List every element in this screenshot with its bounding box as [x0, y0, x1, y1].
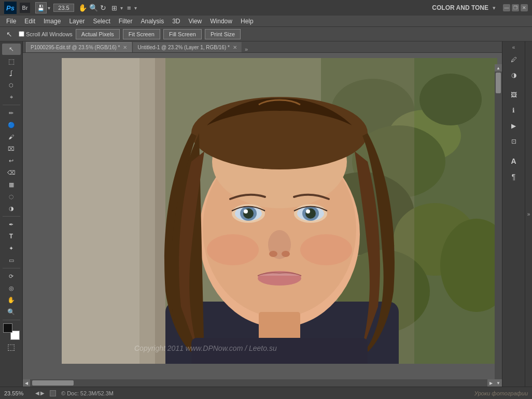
menu-filter[interactable]: Filter [115, 17, 137, 26]
fit-screen-button[interactable]: Fit Screen [123, 29, 160, 39]
menu-window[interactable]: Window [206, 17, 236, 26]
menu-image[interactable]: Image [39, 17, 65, 26]
shape-tool[interactable]: ▭ [2, 254, 21, 266]
spot-heal-tool[interactable]: 🔵 [2, 119, 21, 131]
right-expand-icon[interactable]: » [527, 211, 530, 217]
view-options-icon[interactable]: ⊞ [111, 4, 117, 12]
zoom-tool[interactable]: 🔍 [2, 306, 21, 318]
tab-file2[interactable]: Untitled-1 @ 23.2% (Layer 1, RGB/16) * ✕ [133, 42, 241, 52]
lasso-tool[interactable]: ʆ [2, 67, 21, 79]
menu-view[interactable]: View [184, 17, 206, 26]
menu-3d[interactable]: 3D [168, 17, 184, 26]
scroll-up-button[interactable]: ▲ [495, 64, 502, 72]
scroll-thumb[interactable] [496, 73, 501, 93]
layout-icon[interactable]: ≡ [127, 4, 131, 12]
title-bar: Ps Br 💾 ▾ 23.5 ✋ 🔍 ↻ ⊞ ▾ ≡ ▾ COLOR AND T… [0, 0, 532, 16]
window-controls: — ❐ ✕ [503, 4, 528, 11]
scroll-down-button[interactable]: ▼ [495, 379, 502, 387]
menu-help[interactable]: Help [236, 17, 258, 26]
fill-screen-button[interactable]: Fill Screen [163, 29, 202, 39]
transform-icon[interactable]: ⊡ [505, 134, 523, 149]
menu-bar: File Edit Image Layer Select Filter Anal… [0, 16, 532, 27]
workspace-label: COLOR AND TONE [432, 4, 488, 11]
image-icon[interactable]: 🖼 [505, 88, 523, 102]
menu-edit[interactable]: Edit [20, 17, 39, 26]
quick-select-tool[interactable]: ⬡ [2, 79, 21, 91]
scroll-all-check[interactable] [19, 31, 24, 37]
crop-tool[interactable]: ⌖ [2, 91, 21, 103]
history-brush-tool[interactable]: ↩ [2, 155, 21, 166]
tab-file1-close[interactable]: ✕ [123, 45, 127, 50]
gradient-tool[interactable]: ▦ [2, 179, 21, 190]
menu-select[interactable]: Select [89, 17, 114, 26]
dropdown-icon2[interactable]: ▾ [120, 5, 123, 11]
move-tool-icon[interactable]: ↖ [3, 28, 16, 40]
info-icon[interactable]: ℹ [505, 103, 523, 118]
right-panel2: » [525, 41, 532, 387]
scroll-right-button[interactable]: ▶ [487, 379, 495, 387]
eraser-tool[interactable]: ⌫ [2, 167, 21, 178]
scroll-left-button[interactable]: ◀ [23, 379, 30, 387]
scroll-all-windows-checkbox[interactable]: Scroll All Windows [19, 31, 73, 37]
nav-arrows: ◀ ▶ [35, 390, 45, 396]
panel-collapse-left-icon[interactable]: « [502, 44, 525, 51]
type-icon[interactable]: A [505, 154, 523, 168]
actual-pixels-button[interactable]: Actual Pixels [76, 29, 120, 39]
h-scroll-thumb[interactable] [32, 380, 74, 386]
br-badge-icon[interactable]: Br [20, 3, 30, 13]
restore-button[interactable]: ❐ [512, 4, 519, 11]
zoom-percent[interactable]: 23.55% [4, 390, 30, 396]
menu-layer[interactable]: Layer [65, 17, 89, 26]
3d-rotate-tool[interactable]: ⟳ [2, 270, 21, 282]
zoom-input[interactable]: 23.5 [53, 4, 74, 12]
print-size-button[interactable]: Print Size [205, 29, 241, 39]
svg-point-7 [419, 74, 482, 125]
hand-tool-icon[interactable]: ✋ [78, 4, 87, 12]
dodge-tool[interactable]: ◑ [2, 203, 21, 214]
path-select-tool[interactable]: ✦ [2, 243, 21, 254]
svg-point-22 [269, 251, 277, 257]
vertical-scrollbar[interactable]: ▲ ▼ [495, 64, 502, 387]
brush-preset-tool[interactable]: 🖊 [505, 52, 523, 67]
play-icon[interactable]: ▶ [505, 119, 523, 133]
status-indicator[interactable] [50, 390, 56, 396]
nav-right-icon[interactable]: ▶ [40, 390, 45, 396]
dropdown-icon[interactable]: ▾ [48, 5, 50, 11]
toolbar-divider2 [3, 216, 20, 217]
minimize-button[interactable]: — [503, 4, 510, 11]
3d-orbit-tool[interactable]: ◎ [2, 282, 21, 294]
paragraph-icon[interactable]: ¶ [505, 169, 523, 184]
nav-left-icon[interactable]: ◀ [35, 390, 39, 396]
svg-point-33 [306, 209, 310, 213]
rotate-tool-icon[interactable]: ↻ [100, 4, 106, 12]
menu-file[interactable]: File [2, 17, 20, 26]
dropdown-icon3[interactable]: ▾ [134, 5, 137, 11]
foreground-color-swatch[interactable] [3, 323, 12, 333]
menu-analysis[interactable]: Analysis [136, 17, 168, 26]
close-button[interactable]: ✕ [521, 4, 528, 11]
left-toolbar: ↖ ⬚ ʆ ⬡ ⌖ ✏ 🔵 🖌 ⌧ ↩ ⌫ ▦ ◌ ◑ ✒ T ✦ ▭ [0, 41, 23, 387]
eyedropper-tool[interactable]: ✏ [2, 107, 21, 119]
quick-mask-button[interactable]: ⬚ [2, 341, 21, 352]
3d-icon[interactable]: ◑ [505, 68, 523, 82]
move-tool[interactable]: ↖ [2, 44, 21, 55]
photo-canvas: Copyright 2011 www.DPNow.com / Leeto.su [62, 58, 497, 364]
zoom-tool-icon[interactable]: 🔍 [89, 4, 98, 12]
save-icon[interactable]: 💾 [35, 2, 47, 13]
color-swatches[interactable] [2, 323, 21, 340]
horizontal-scrollbar[interactable]: ◀ ▶ [23, 379, 495, 387]
tab-file2-close[interactable]: ✕ [233, 45, 237, 50]
canvas-area: P1000295-Edit.tif @ 23.5% (RGB/16) * ✕ U… [23, 41, 502, 387]
marquee-tool[interactable]: ⬚ [2, 55, 21, 67]
tab-file1[interactable]: P1000295-Edit.tif @ 23.5% (RGB/16) * ✕ [26, 42, 132, 52]
brush-tool[interactable]: 🖌 [2, 131, 21, 142]
blur-tool[interactable]: ◌ [2, 191, 21, 202]
pen-tool[interactable]: ✒ [2, 219, 21, 230]
hand-tool[interactable]: ✋ [2, 294, 21, 306]
clone-stamp-tool[interactable]: ⌧ [2, 143, 21, 154]
svg-point-20 [300, 234, 352, 265]
type-tool[interactable]: T [2, 231, 21, 242]
tabs-expand-icon[interactable]: » [242, 46, 251, 52]
options-bar: ↖ Scroll All Windows Actual Pixels Fit S… [0, 27, 532, 41]
workspace-dropdown-icon[interactable]: ▾ [493, 5, 496, 11]
